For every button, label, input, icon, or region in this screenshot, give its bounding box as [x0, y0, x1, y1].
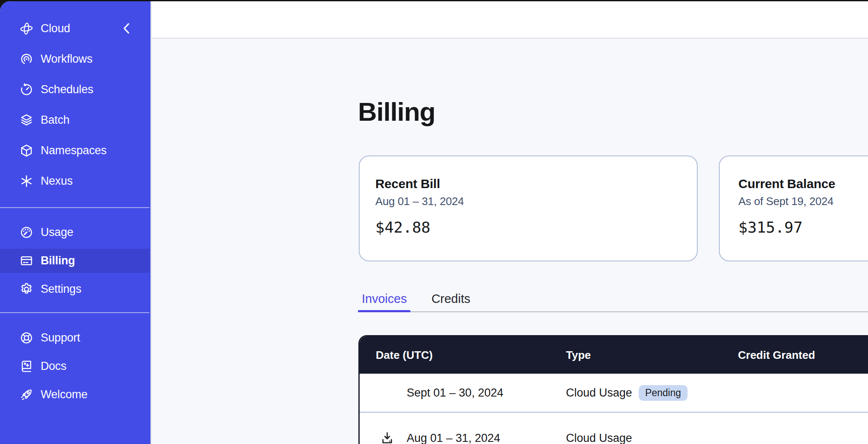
- current-balance-card: Current Balance As of Sept 19, 2024 $315…: [719, 155, 868, 261]
- welcome-rocket-icon: [19, 388, 33, 402]
- sidebar-collapse-button[interactable]: [122, 22, 131, 34]
- sidebar-item-cloud[interactable]: Cloud: [0, 13, 150, 44]
- column-header-date: Date (UTC): [360, 349, 566, 362]
- sidebar-item-billing[interactable]: Billing: [0, 249, 150, 273]
- card-subtitle: Aug 01 – 31, 2024: [375, 195, 697, 208]
- sidebar-item-namespaces[interactable]: Namespaces: [0, 135, 150, 166]
- sidebar-item-label: Billing: [41, 254, 75, 267]
- settings-gear-icon: [19, 282, 33, 296]
- table-header-row: Date (UTC) Type Credit Granted: [360, 336, 868, 374]
- sidebar-item-support[interactable]: Support: [0, 326, 150, 350]
- sidebar-item-label: Namespaces: [41, 144, 107, 157]
- card-title: Recent Bill: [375, 177, 697, 191]
- invoice-type: Cloud Usage: [566, 432, 632, 444]
- support-lifebuoy-icon: [19, 331, 33, 345]
- invoice-date-cell: Aug 01 – 31, 2024: [360, 431, 566, 444]
- sidebar-section-main: Cloud Workflows: [0, 13, 150, 196]
- page-title: Billing: [358, 97, 435, 127]
- cloud-logo-icon: [19, 22, 33, 36]
- download-placeholder: [380, 386, 394, 400]
- batch-icon: [19, 113, 33, 127]
- status-badge: Pending: [639, 385, 687, 401]
- nexus-icon: [19, 174, 33, 188]
- sidebar-item-nexus[interactable]: Nexus: [0, 166, 150, 196]
- sidebar-divider: [0, 312, 150, 313]
- sidebar-item-welcome[interactable]: Welcome: [0, 383, 150, 407]
- card-subtitle: As of Sept 19, 2024: [738, 195, 868, 208]
- invoice-date-cell: Sept 01 – 30, 2024: [360, 386, 566, 400]
- sidebar-item-label: Welcome: [41, 388, 88, 401]
- invoice-type-cell: Cloud Usage Pending: [566, 385, 738, 401]
- namespaces-icon: [19, 144, 33, 158]
- billing-tabs: Invoices Credits: [358, 286, 868, 312]
- card-amount: $42.88: [375, 219, 697, 236]
- sidebar-section-help: Support Docs: [0, 326, 150, 411]
- sidebar-item-label: Usage: [41, 226, 73, 239]
- sidebar-item-label: Support: [41, 331, 80, 344]
- tab-credits[interactable]: Credits: [427, 286, 474, 311]
- usage-gauge-icon: [19, 225, 33, 239]
- sidebar: Cloud Workflows: [0, 1, 151, 444]
- sidebar-item-label: Schedules: [41, 83, 93, 96]
- download-invoice-button[interactable]: [380, 431, 394, 444]
- sidebar-section-account: Usage Billing: [0, 220, 150, 305]
- invoices-table: Date (UTC) Type Credit Granted Sept 01 –…: [358, 335, 868, 444]
- table-row: Sept 01 – 30, 2024 Cloud Usage Pending: [360, 374, 868, 413]
- sidebar-item-label: Nexus: [41, 175, 73, 188]
- sidebar-item-label: Docs: [41, 360, 67, 373]
- sidebar-item-settings[interactable]: Settings: [0, 277, 150, 301]
- top-bar: [152, 1, 868, 39]
- sidebar-item-label: Settings: [41, 283, 81, 296]
- invoice-date: Aug 01 – 31, 2024: [407, 432, 500, 444]
- invoice-type: Cloud Usage: [566, 386, 632, 400]
- card-title: Current Balance: [738, 177, 868, 191]
- table-row: Aug 01 – 31, 2024 Cloud Usage: [360, 413, 868, 444]
- sidebar-item-label: Workflows: [41, 53, 92, 66]
- sidebar-item-label: Cloud: [41, 22, 70, 35]
- recent-bill-card: Recent Bill Aug 01 – 31, 2024 $42.88: [359, 155, 698, 261]
- docs-book-icon: [19, 359, 33, 373]
- sidebar-item-workflows[interactable]: Workflows: [0, 44, 150, 74]
- workflows-icon: [19, 52, 33, 66]
- tab-invoices[interactable]: Invoices: [358, 286, 410, 311]
- billing-card-icon: [19, 254, 33, 268]
- app-window: Cloud Workflows: [0, 1, 868, 444]
- schedules-icon: [19, 83, 33, 97]
- invoice-type-cell: Cloud Usage: [566, 432, 738, 444]
- sidebar-item-schedules[interactable]: Schedules: [0, 74, 150, 105]
- sidebar-divider: [0, 207, 150, 208]
- sidebar-item-usage[interactable]: Usage: [0, 220, 150, 244]
- sidebar-item-label: Batch: [41, 114, 69, 127]
- card-amount: $315.97: [738, 219, 868, 236]
- sidebar-item-batch[interactable]: Batch: [0, 105, 150, 135]
- invoice-date: Sept 01 – 30, 2024: [407, 386, 503, 400]
- column-header-type: Type: [566, 349, 738, 362]
- sidebar-item-docs[interactable]: Docs: [0, 354, 150, 378]
- column-header-credit-granted: Credit Granted: [738, 349, 868, 362]
